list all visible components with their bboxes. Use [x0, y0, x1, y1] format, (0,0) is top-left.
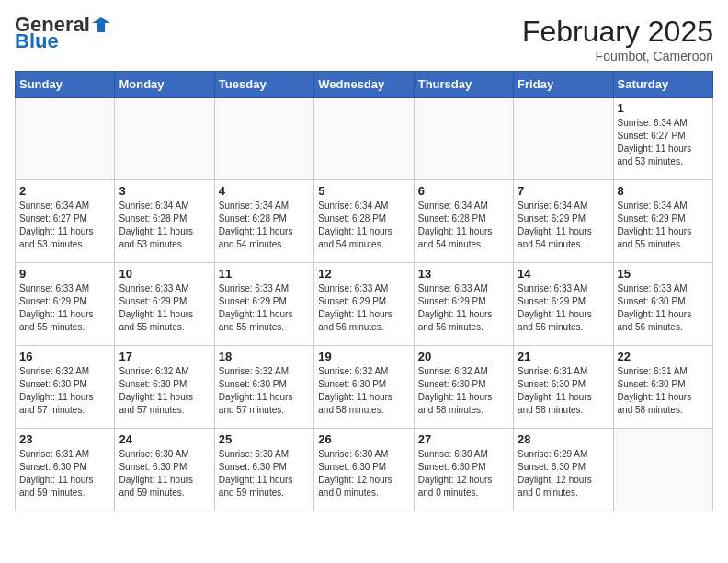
day-number: 4	[219, 184, 310, 198]
day-info-text: Sunrise: 6:33 AM Sunset: 6:29 PM Dayligh…	[119, 282, 210, 334]
calendar-cell	[613, 429, 712, 511]
day-number: 26	[318, 432, 409, 446]
day-info-text: Sunrise: 6:33 AM Sunset: 6:29 PM Dayligh…	[318, 282, 409, 334]
day-info-text: Sunrise: 6:30 AM Sunset: 6:30 PM Dayligh…	[418, 448, 509, 500]
calendar-cell: 9Sunrise: 6:33 AM Sunset: 6:29 PM Daylig…	[16, 263, 115, 346]
day-info-text: Sunrise: 6:32 AM Sunset: 6:30 PM Dayligh…	[418, 365, 509, 417]
day-number: 2	[19, 184, 110, 198]
day-number: 15	[618, 267, 709, 281]
day-info-text: Sunrise: 6:34 AM Sunset: 6:27 PM Dayligh…	[618, 117, 709, 168]
logo-blue-text: Blue	[15, 31, 59, 52]
calendar-cell: 17Sunrise: 6:32 AM Sunset: 6:30 PM Dayli…	[115, 346, 214, 429]
calendar-cell: 21Sunrise: 6:31 AM Sunset: 6:30 PM Dayli…	[514, 346, 613, 429]
day-number: 18	[219, 350, 310, 363]
weekday-header-tuesday: Tuesday	[214, 72, 313, 98]
day-number: 28	[518, 432, 609, 446]
day-number: 16	[19, 350, 110, 363]
day-number: 20	[418, 350, 509, 363]
calendar-cell: 26Sunrise: 6:30 AM Sunset: 6:30 PM Dayli…	[314, 429, 414, 511]
calendar-cell: 18Sunrise: 6:32 AM Sunset: 6:30 PM Dayli…	[214, 346, 313, 429]
calendar-cell: 8Sunrise: 6:34 AM Sunset: 6:29 PM Daylig…	[613, 180, 712, 263]
calendar-cell: 22Sunrise: 6:31 AM Sunset: 6:30 PM Dayli…	[613, 346, 712, 429]
calendar-cell: 5Sunrise: 6:34 AM Sunset: 6:28 PM Daylig…	[314, 180, 414, 263]
weekday-header-wednesday: Wednesday	[314, 72, 414, 98]
calendar-cell	[314, 98, 414, 180]
calendar-cell	[16, 98, 115, 180]
calendar-cell: 1Sunrise: 6:34 AM Sunset: 6:27 PM Daylig…	[613, 98, 712, 180]
calendar-cell: 20Sunrise: 6:32 AM Sunset: 6:30 PM Dayli…	[414, 346, 513, 429]
calendar-week-row: 2Sunrise: 6:34 AM Sunset: 6:27 PM Daylig…	[16, 180, 713, 263]
calendar-cell	[514, 98, 613, 180]
calendar-table: SundayMondayTuesdayWednesdayThursdayFrid…	[15, 71, 713, 511]
calendar-cell: 13Sunrise: 6:33 AM Sunset: 6:29 PM Dayli…	[414, 263, 513, 346]
page-header: General Blue February 2025 Foumbot, Came…	[15, 15, 713, 63]
day-number: 3	[119, 184, 210, 198]
day-number: 12	[318, 267, 409, 281]
day-info-text: Sunrise: 6:33 AM Sunset: 6:29 PM Dayligh…	[219, 282, 310, 334]
day-number: 24	[119, 432, 210, 446]
month-year-title: February 2025	[522, 15, 713, 49]
day-number: 17	[119, 350, 210, 363]
calendar-cell: 16Sunrise: 6:32 AM Sunset: 6:30 PM Dayli…	[16, 346, 115, 429]
calendar-cell: 3Sunrise: 6:34 AM Sunset: 6:28 PM Daylig…	[115, 180, 214, 263]
calendar-cell: 10Sunrise: 6:33 AM Sunset: 6:29 PM Dayli…	[115, 263, 214, 346]
calendar-week-row: 1Sunrise: 6:34 AM Sunset: 6:27 PM Daylig…	[16, 98, 713, 180]
weekday-header-monday: Monday	[115, 72, 214, 98]
calendar-cell: 4Sunrise: 6:34 AM Sunset: 6:28 PM Daylig…	[214, 180, 313, 263]
day-number: 27	[418, 432, 509, 446]
weekday-header-thursday: Thursday	[414, 72, 513, 98]
calendar-cell: 19Sunrise: 6:32 AM Sunset: 6:30 PM Dayli…	[314, 346, 414, 429]
day-info-text: Sunrise: 6:30 AM Sunset: 6:30 PM Dayligh…	[119, 448, 210, 500]
weekday-header-friday: Friday	[514, 72, 613, 98]
calendar-cell: 6Sunrise: 6:34 AM Sunset: 6:28 PM Daylig…	[414, 180, 513, 263]
day-info-text: Sunrise: 6:29 AM Sunset: 6:30 PM Dayligh…	[518, 448, 609, 500]
calendar-cell	[214, 98, 313, 180]
day-number: 13	[418, 267, 509, 281]
calendar-cell: 23Sunrise: 6:31 AM Sunset: 6:30 PM Dayli…	[16, 429, 115, 511]
day-info-text: Sunrise: 6:31 AM Sunset: 6:30 PM Dayligh…	[618, 365, 709, 417]
location-subtitle: Foumbot, Cameroon	[522, 49, 713, 63]
day-info-text: Sunrise: 6:32 AM Sunset: 6:30 PM Dayligh…	[318, 365, 409, 417]
day-number: 9	[19, 267, 110, 281]
calendar-cell: 2Sunrise: 6:34 AM Sunset: 6:27 PM Daylig…	[16, 180, 115, 263]
calendar-cell: 28Sunrise: 6:29 AM Sunset: 6:30 PM Dayli…	[514, 429, 613, 511]
calendar-cell: 11Sunrise: 6:33 AM Sunset: 6:29 PM Dayli…	[214, 263, 313, 346]
logo: General Blue	[15, 15, 110, 52]
day-info-text: Sunrise: 6:33 AM Sunset: 6:29 PM Dayligh…	[518, 282, 609, 334]
day-number: 14	[518, 267, 609, 281]
weekday-header-sunday: Sunday	[16, 72, 115, 98]
day-info-text: Sunrise: 6:31 AM Sunset: 6:30 PM Dayligh…	[518, 365, 609, 417]
logo-bird-icon	[92, 16, 110, 34]
day-info-text: Sunrise: 6:32 AM Sunset: 6:30 PM Dayligh…	[119, 365, 210, 417]
calendar-cell: 7Sunrise: 6:34 AM Sunset: 6:29 PM Daylig…	[514, 180, 613, 263]
calendar-cell: 27Sunrise: 6:30 AM Sunset: 6:30 PM Dayli…	[414, 429, 513, 511]
svg-marker-0	[92, 17, 110, 32]
day-number: 25	[219, 432, 310, 446]
day-info-text: Sunrise: 6:34 AM Sunset: 6:28 PM Dayligh…	[318, 200, 409, 251]
day-number: 19	[318, 350, 409, 363]
day-number: 7	[518, 184, 609, 198]
title-block: February 2025 Foumbot, Cameroon	[522, 15, 713, 63]
day-info-text: Sunrise: 6:34 AM Sunset: 6:27 PM Dayligh…	[19, 200, 110, 251]
day-info-text: Sunrise: 6:34 AM Sunset: 6:28 PM Dayligh…	[219, 200, 310, 251]
day-number: 21	[518, 350, 609, 363]
calendar-week-row: 9Sunrise: 6:33 AM Sunset: 6:29 PM Daylig…	[16, 263, 713, 346]
weekday-header-saturday: Saturday	[613, 72, 712, 98]
day-number: 10	[119, 267, 210, 281]
day-info-text: Sunrise: 6:33 AM Sunset: 6:29 PM Dayligh…	[19, 282, 110, 334]
day-info-text: Sunrise: 6:32 AM Sunset: 6:30 PM Dayligh…	[19, 365, 110, 417]
day-number: 22	[618, 350, 709, 363]
calendar-cell: 15Sunrise: 6:33 AM Sunset: 6:30 PM Dayli…	[613, 263, 712, 346]
day-number: 1	[618, 101, 709, 115]
day-number: 6	[418, 184, 509, 198]
calendar-cell: 24Sunrise: 6:30 AM Sunset: 6:30 PM Dayli…	[115, 429, 214, 511]
day-info-text: Sunrise: 6:33 AM Sunset: 6:30 PM Dayligh…	[618, 282, 709, 334]
day-info-text: Sunrise: 6:34 AM Sunset: 6:29 PM Dayligh…	[518, 200, 609, 251]
day-info-text: Sunrise: 6:34 AM Sunset: 6:29 PM Dayligh…	[618, 200, 709, 251]
day-info-text: Sunrise: 6:34 AM Sunset: 6:28 PM Dayligh…	[418, 200, 509, 251]
day-info-text: Sunrise: 6:33 AM Sunset: 6:29 PM Dayligh…	[418, 282, 509, 334]
day-info-text: Sunrise: 6:30 AM Sunset: 6:30 PM Dayligh…	[219, 448, 310, 500]
calendar-cell	[414, 98, 513, 180]
calendar-cell	[115, 98, 214, 180]
day-info-text: Sunrise: 6:34 AM Sunset: 6:28 PM Dayligh…	[119, 200, 210, 251]
